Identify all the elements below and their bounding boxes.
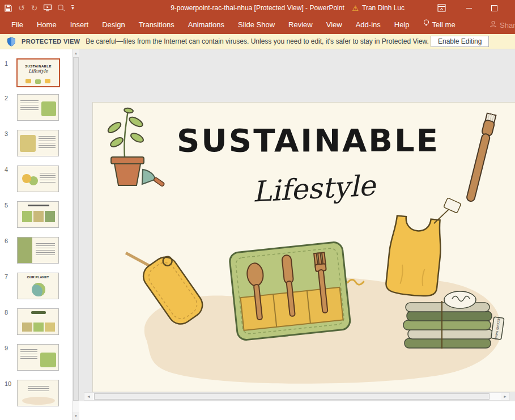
scroll-right-icon[interactable]: ► (501, 393, 509, 400)
slide-thumbnail-1[interactable]: SUSTAINABLE Lifestyle (16, 58, 60, 87)
thumb-title: OUR PLANET (18, 275, 58, 279)
slide-canvas[interactable]: SECOND HAND SUSTAINABLE Lifestyle (92, 102, 515, 392)
slide-number: 5 (5, 202, 8, 209)
slide-editing-area: SECOND HAND SUSTAINABLE Lifestyle ◄ ► (79, 49, 515, 420)
start-slideshow-icon[interactable] (44, 5, 52, 11)
tab-slide-show[interactable]: Slide Show (231, 16, 282, 34)
thumbnail-row: 7 OUR PLANET (0, 273, 72, 306)
slide-thumbnail-4[interactable] (17, 166, 59, 192)
tab-view[interactable]: View (320, 16, 349, 34)
slide-title[interactable]: SUSTAINABLE (127, 123, 490, 158)
slide-number: 9 (5, 345, 8, 351)
slide-number: 4 (5, 166, 8, 173)
slide-thumbnail-10[interactable] (17, 380, 59, 406)
slide-thumbnail-6[interactable] (17, 237, 59, 264)
slide-thumbnail-9[interactable] (17, 344, 59, 371)
slide-number: 7 (5, 273, 8, 280)
tab-design[interactable]: Design (95, 16, 131, 34)
thumbnail-scrollbar[interactable]: ▲ ▼ (72, 49, 79, 420)
tab-transitions[interactable]: Transitions (132, 16, 181, 34)
tab-file[interactable]: File (5, 16, 30, 34)
tab-insert[interactable]: Insert (63, 16, 96, 34)
slide-thumbnail-5[interactable] (17, 201, 59, 228)
ribbon-tabs: File Home Insert Design Transitions Anim… (0, 16, 515, 34)
share-person-icon (490, 20, 497, 29)
thumbnail-row: 2 (0, 94, 72, 127)
titlebar-right: ⚠ Tran Dinh Luc (352, 0, 515, 16)
shield-icon (7, 37, 16, 46)
slide-thumbnail-panel: 1 SUSTAINABLE Lifestyle 2 3 4 5 6 7 OUR … (0, 49, 72, 420)
slide-number: 2 (5, 95, 8, 101)
tab-home[interactable]: Home (30, 16, 63, 34)
slide-thumbnail-8[interactable] (17, 308, 59, 335)
tab-review[interactable]: Review (282, 16, 320, 34)
touch-mouse-mode-icon[interactable] (58, 5, 65, 11)
account-name: Tran Dinh Luc (362, 4, 405, 12)
slide-number: 10 (5, 380, 11, 387)
slide-thumbnail-2[interactable] (17, 94, 59, 121)
slide-thumbnail-7[interactable]: OUR PLANET (17, 273, 59, 299)
thumbnail-row: 3 (0, 130, 72, 163)
scrollbar-thumb[interactable] (94, 393, 490, 400)
ribbon-display-options-icon[interactable] (437, 4, 446, 12)
tab-add-ins[interactable]: Add-ins (349, 16, 388, 34)
thumbnail-row: 10 (0, 380, 72, 413)
scroll-up-icon[interactable]: ▲ (73, 49, 79, 57)
minimize-icon[interactable] (465, 4, 473, 12)
protected-view-message: Be careful—files from the Internet can c… (86, 37, 429, 45)
horizontal-scrollbar[interactable]: ◄ ► (84, 392, 510, 401)
scroll-left-icon[interactable]: ◄ (84, 393, 93, 400)
thumbnail-row: 1 SUSTAINABLE Lifestyle (0, 60, 72, 92)
thumbnail-row: 6 (0, 237, 72, 270)
thumbnail-row: 5 (0, 201, 72, 234)
quick-access-toolbar: ↺ ↻ ▾ (5, 0, 74, 16)
protected-view-bar: PROTECTED VIEW Be careful—files from the… (0, 34, 515, 49)
share-button[interactable]: Share (490, 16, 515, 34)
protected-view-label: PROTECTED VIEW (22, 38, 80, 45)
redo-icon[interactable]: ↻ (31, 4, 38, 12)
save-icon[interactable] (5, 5, 12, 12)
title-bar: ↺ ↻ ▾ 9-powerpoint-rac-thai-nhua [Protec… (0, 0, 515, 16)
thumbnail-row: 8 (0, 308, 72, 341)
customize-quick-access-icon[interactable]: ▾ (71, 5, 74, 11)
scrollbar-track[interactable] (93, 393, 501, 400)
maximize-icon[interactable] (490, 4, 498, 12)
slide-number: 1 (5, 60, 8, 67)
tab-help[interactable]: Help (388, 16, 416, 34)
tell-me-label: Tell me (432, 16, 456, 34)
slide-number: 8 (5, 309, 8, 316)
slide-number: 3 (5, 130, 8, 137)
account-area[interactable]: ⚠ Tran Dinh Luc (352, 4, 405, 12)
thumbnail-row: 9 (0, 344, 72, 377)
share-label: Share (500, 21, 515, 29)
slide-thumbnail-3[interactable] (17, 130, 59, 156)
undo-icon[interactable]: ↺ (18, 4, 25, 12)
tell-me-box[interactable]: Tell me (416, 16, 462, 34)
lightbulb-icon (423, 16, 429, 34)
scrollbar-thumb[interactable] (73, 57, 79, 401)
slide-number: 6 (5, 237, 8, 244)
bottom-margin (79, 401, 515, 420)
enable-editing-button[interactable]: Enable Editing (431, 36, 489, 47)
scroll-down-icon[interactable]: ▼ (73, 412, 79, 420)
tab-animations[interactable]: Animations (181, 16, 231, 34)
thumbnail-row: 4 (0, 166, 72, 198)
thumb-subtitle: Lifestyle (18, 69, 59, 74)
warning-icon: ⚠ (352, 4, 359, 12)
